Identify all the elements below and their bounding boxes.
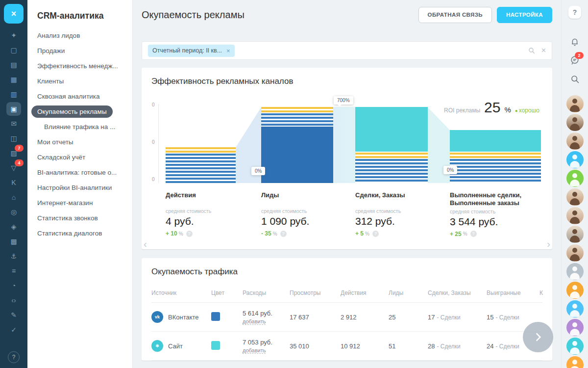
sidebar-item[interactable]: Продажи [27, 43, 132, 58]
deals-value: 28- Сделки [428, 342, 487, 350]
views-value: 35 010 [290, 342, 341, 350]
quality-icon[interactable]: ✓ [6, 323, 21, 337]
help-icon[interactable]: ? [470, 231, 477, 237]
user-avatar[interactable] [566, 282, 584, 299]
analytics-icon[interactable]: ◔ [6, 279, 21, 292]
user-avatar[interactable] [566, 356, 584, 368]
sidebar-item[interactable]: Окупаемость рекламы [27, 104, 132, 119]
filter-clear-icon[interactable]: × [541, 46, 546, 55]
chip-remove-icon[interactable]: × [226, 47, 230, 54]
sidebar-item-label: Влияние трафика на ... [44, 123, 115, 131]
funnel-bar-leads[interactable] [261, 104, 333, 184]
column-header: Выигранные [487, 289, 539, 296]
shop-icon[interactable]: ◈ [6, 220, 21, 234]
knowledge-base-icon[interactable]: ≡ [6, 264, 21, 278]
search-icon[interactable] [528, 47, 536, 54]
delivery-icon[interactable]: ⚓ [6, 249, 21, 263]
sidebar-item[interactable]: Складской учёт [27, 150, 132, 165]
help-icon[interactable]: ? [372, 231, 379, 237]
solid-teal-segment [355, 107, 428, 152]
sidebar: CRM-аналитика Анализ лидовПродажиЭффекти… [27, 0, 133, 368]
feedback-button[interactable]: ОБРАТНАЯ СВЯЗЬ [418, 7, 492, 23]
sidebar-item-label: Анализ лидов [37, 32, 80, 39]
sidebar-item[interactable]: Интернет-магазин [27, 195, 132, 210]
table-scroll-right-button[interactable] [523, 322, 553, 352]
sidebar-item[interactable]: Эффективность менедж... [27, 58, 132, 74]
chat-icon[interactable]: 2 [568, 54, 581, 67]
carousel-prev-icon[interactable]: ‹ [144, 238, 147, 250]
notifications-bell-icon[interactable] [568, 35, 581, 48]
user-avatar[interactable] [566, 95, 584, 112]
add-expense-link[interactable]: добавить [243, 347, 266, 354]
axis-tick: 0 [152, 102, 155, 107]
user-avatar[interactable] [566, 338, 584, 355]
company-icon[interactable]: ⌂ [6, 190, 21, 204]
table-row[interactable]: vkВКонтакте5 614 руб.добавить17 6372 912… [151, 303, 542, 332]
user-avatar[interactable] [566, 207, 584, 224]
carousel-next-icon[interactable]: › [547, 238, 550, 250]
sidebar-item[interactable]: Клиенты [27, 74, 132, 89]
user-avatar[interactable] [566, 300, 584, 317]
messenger-icon[interactable]: ▤ [6, 58, 21, 72]
user-avatar[interactable] [566, 132, 584, 150]
add-expense-link[interactable]: добавить [243, 318, 266, 325]
delta-unit: % [179, 231, 183, 237]
page-header: Окупаемость рекламы ОБРАТНАЯ СВЯЗЬ НАСТР… [142, 0, 552, 29]
deals-value: 17- Сделки [428, 314, 487, 321]
sidebar-item[interactable]: Настройки BI-аналитики [27, 180, 132, 195]
documents-icon[interactable]: ▥ [6, 87, 21, 101]
stripe-blue [261, 113, 333, 126]
drive-icon[interactable]: ▣ [6, 102, 21, 116]
warehouse-icon[interactable]: ▩ [6, 235, 21, 248]
help-icon[interactable]: ? [186, 231, 193, 237]
column-header: Источник [151, 289, 211, 296]
sidebar-item[interactable]: Статистика диалогов [27, 226, 132, 241]
user-avatar[interactable] [566, 170, 584, 187]
settings-button[interactable]: НАСТРОЙКА [497, 7, 552, 23]
automation-icon[interactable]: ◎ [6, 205, 21, 219]
sidebar-item[interactable]: Влияние трафика на ... [27, 119, 132, 134]
sidebar-item[interactable]: Сквозная аналитика [27, 89, 132, 104]
site-icon: ✱ [151, 340, 163, 352]
close-menu-button[interactable]: × [4, 4, 24, 24]
user-avatar[interactable] [566, 114, 584, 131]
funnel-bar-won[interactable] [450, 104, 541, 184]
filter-search-bar[interactable]: Отчетный период: II кв... × × [142, 41, 552, 60]
left-rail-icons: ✦▢▤▦▥▣✉◫▨7▽4K⌂◎◈▩⚓≡◔‹›✎✓ [6, 28, 21, 337]
user-avatar[interactable] [566, 263, 584, 280]
column-header: Расходы [243, 289, 290, 296]
search-icon[interactable] [568, 73, 581, 85]
filter-chip[interactable]: Отчетный период: II кв... × [148, 45, 235, 57]
rail-help-icon[interactable]: ? [8, 351, 20, 363]
user-avatar[interactable] [566, 244, 584, 262]
help-icon[interactable]: ? [280, 231, 287, 237]
delta-unit: % [273, 231, 277, 237]
tasks-icon[interactable]: ▨7 [6, 146, 21, 160]
notification-badge: 4 [15, 159, 24, 166]
pulse-icon[interactable]: ✦ [6, 28, 21, 42]
vk-icon: vk [151, 311, 163, 323]
mail-icon[interactable]: ✉ [6, 117, 21, 131]
user-avatar[interactable] [566, 151, 584, 168]
crm-icon[interactable]: ▽4 [6, 161, 21, 175]
calendar-icon[interactable]: ▦ [6, 73, 21, 86]
desktop-icon[interactable]: ▢ [6, 43, 21, 57]
sidebar-item[interactable]: Мои отчеты [27, 134, 132, 150]
sidebar-item[interactable]: Статистика звонков [27, 210, 132, 226]
edit-icon[interactable]: ✎ [6, 308, 21, 322]
table-row[interactable]: ✱Сайт7 053 руб.добавить35 01010 9125128-… [151, 332, 542, 361]
sidebar-item[interactable]: Анализ лидов [27, 28, 132, 43]
user-avatar[interactable] [566, 188, 584, 206]
sidebar-item[interactable]: BI-аналитика: готовые о... [27, 165, 132, 180]
stage-name: Действия [166, 191, 254, 207]
user-avatar[interactable] [566, 226, 584, 243]
user-avatar[interactable] [566, 319, 584, 336]
developer-icon[interactable]: ‹› [6, 293, 21, 307]
funnel-bar-actions[interactable] [166, 104, 236, 184]
helpdesk-button[interactable]: ? [568, 6, 581, 19]
teams-icon[interactable]: ◫ [6, 131, 21, 145]
stripe-blue [166, 154, 236, 183]
avg-cost-value: 3 544 руб. [450, 216, 548, 228]
funnel-bar-deals[interactable] [355, 104, 428, 184]
marketing-icon[interactable]: K [6, 176, 21, 189]
